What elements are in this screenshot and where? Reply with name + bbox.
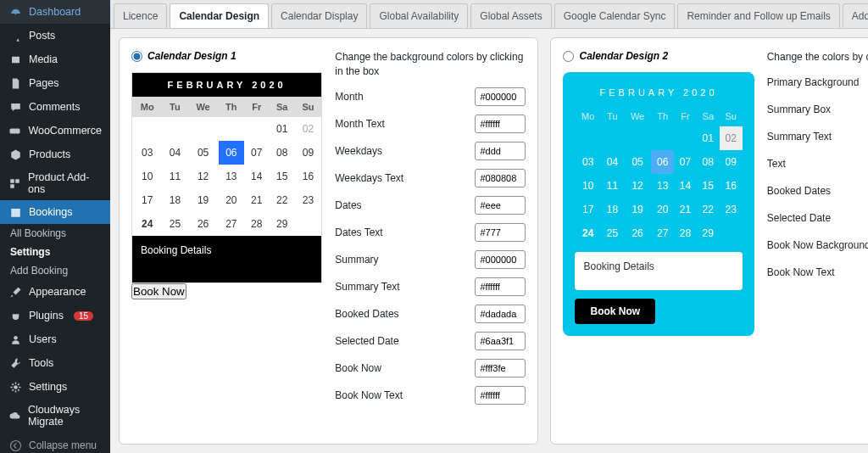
- calendar-day[interactable]: 27: [219, 212, 244, 236]
- calendar-day[interactable]: 22: [270, 188, 295, 212]
- calendar-day[interactable]: 10: [575, 174, 601, 198]
- calendar-day[interactable]: 14: [674, 174, 697, 198]
- tab-reminder-and-follow-up-emails[interactable]: Reminder and Follow up Emails: [677, 3, 839, 28]
- sidebar-item-users[interactable]: Users: [0, 327, 110, 351]
- calendar-day[interactable]: 02: [295, 117, 321, 141]
- color-field-input-selected-date[interactable]: [475, 332, 526, 350]
- tab-google-calendar-sync[interactable]: Google Calendar Sync: [554, 3, 676, 28]
- calendar-day[interactable]: 19: [187, 188, 218, 212]
- calendar-day[interactable]: 11: [163, 165, 188, 188]
- color-field-input-dates-text[interactable]: [475, 223, 526, 242]
- calendar-day[interactable]: 20: [219, 188, 244, 212]
- tab-calendar-design[interactable]: Calendar Design: [170, 3, 269, 28]
- tab-licence[interactable]: Licence: [114, 3, 167, 28]
- calendar-day[interactable]: 04: [163, 141, 188, 165]
- sidebar-sub-settings[interactable]: Settings: [0, 243, 110, 261]
- sidebar-sub-all-bookings[interactable]: All Bookings: [0, 224, 110, 243]
- calendar-day[interactable]: 17: [575, 198, 601, 221]
- calendar-day[interactable]: 12: [187, 165, 218, 188]
- sidebar-item-media[interactable]: Media: [0, 48, 110, 71]
- sidebar-item-products[interactable]: Products: [0, 143, 110, 166]
- calendar-day[interactable]: 11: [601, 174, 624, 198]
- sidebar-item-plugins[interactable]: Plugins15: [0, 304, 110, 327]
- calendar-day[interactable]: 26: [187, 212, 218, 236]
- calendar-day[interactable]: 03: [132, 141, 163, 165]
- calendar-day[interactable]: 15: [697, 174, 720, 198]
- calendar-day[interactable]: 25: [601, 221, 624, 245]
- color-field-input-book-now-text[interactable]: [475, 386, 526, 405]
- color-field-input-month-text[interactable]: [475, 115, 526, 133]
- color-field-input-summary-text[interactable]: [475, 277, 526, 296]
- calendar-day[interactable]: 29: [697, 221, 720, 245]
- calendar-day[interactable]: 18: [601, 198, 624, 221]
- calendar-day[interactable]: 23: [295, 188, 321, 212]
- sidebar-item-pages[interactable]: Pages: [0, 71, 110, 95]
- calendar-day[interactable]: 21: [244, 188, 270, 212]
- calendar-day[interactable]: 20: [651, 198, 674, 221]
- tab-calendar-display[interactable]: Calendar Display: [271, 3, 367, 28]
- design-radio-1[interactable]: Calendar Design 1: [131, 50, 322, 62]
- sidebar-item-bookings[interactable]: Bookings: [0, 200, 110, 224]
- color-field-input-summary[interactable]: [475, 250, 526, 269]
- calendar-day[interactable]: 17: [132, 188, 163, 212]
- calendar-day[interactable]: 01: [270, 117, 295, 141]
- calendar-day[interactable]: 05: [624, 150, 652, 174]
- color-field-input-weekdays-text[interactable]: [475, 169, 526, 187]
- sidebar-item-dashboard[interactable]: Dashboard: [0, 0, 110, 24]
- calendar-day[interactable]: 18: [163, 188, 188, 212]
- calendar-day[interactable]: 16: [295, 165, 321, 188]
- color-field-input-booked-dates[interactable]: [475, 305, 526, 323]
- sidebar-item-woocommerce[interactable]: WooCommerce: [0, 119, 110, 143]
- calendar-day[interactable]: 09: [295, 141, 321, 165]
- color-field-input-dates[interactable]: [475, 196, 526, 215]
- calendar-day[interactable]: 06: [219, 141, 244, 165]
- calendar-day[interactable]: 04: [601, 150, 624, 174]
- color-field-input-month[interactable]: [475, 87, 526, 106]
- calendar-day[interactable]: 12: [624, 174, 652, 198]
- calendar-day[interactable]: 07: [674, 150, 697, 174]
- cal1-book-now-button[interactable]: Book Now: [131, 283, 186, 299]
- design-2-radio-input[interactable]: [563, 51, 574, 62]
- calendar-day[interactable]: 19: [624, 198, 652, 221]
- calendar-day[interactable]: 25: [163, 212, 188, 236]
- color-field-input-book-now[interactable]: [475, 359, 526, 378]
- design-1-radio-input[interactable]: [131, 51, 142, 62]
- calendar-day[interactable]: 15: [270, 165, 295, 188]
- sidebar-item-appearance[interactable]: Appearance: [0, 280, 110, 304]
- calendar-day[interactable]: 10: [132, 165, 163, 188]
- calendar-day[interactable]: 26: [624, 221, 652, 245]
- calendar-day[interactable]: 16: [720, 174, 743, 198]
- collapse-menu[interactable]: Collapse menu: [0, 433, 110, 453]
- sidebar-item-cloudways-migrate[interactable]: Cloudways Migrate: [0, 399, 110, 433]
- calendar-day[interactable]: 27: [651, 221, 674, 245]
- sidebar-sub-add-booking[interactable]: Add Booking: [0, 261, 110, 280]
- cal2-book-now-button[interactable]: Book Now: [575, 299, 655, 324]
- calendar-day[interactable]: 08: [270, 141, 295, 165]
- sidebar-item-settings[interactable]: Settings: [0, 375, 110, 399]
- calendar-day[interactable]: 28: [244, 212, 270, 236]
- tab-global-assets[interactable]: Global Assets: [470, 3, 551, 28]
- calendar-day[interactable]: 24: [132, 212, 163, 236]
- color-field-input-weekdays[interactable]: [475, 142, 526, 160]
- calendar-day[interactable]: 03: [575, 150, 601, 174]
- design-radio-2[interactable]: Calendar Design 2: [563, 50, 754, 62]
- sidebar-item-tools[interactable]: Tools: [0, 351, 110, 375]
- calendar-day[interactable]: 02: [720, 126, 743, 150]
- calendar-day[interactable]: 29: [270, 212, 295, 236]
- sidebar-item-product-add-ons[interactable]: Product Add-ons: [0, 166, 110, 200]
- calendar-day[interactable]: 14: [244, 165, 270, 188]
- calendar-day[interactable]: 08: [697, 150, 720, 174]
- calendar-day[interactable]: 28: [674, 221, 697, 245]
- sidebar-item-posts[interactable]: Posts: [0, 24, 110, 48]
- tab-global-availability[interactable]: Global Availability: [370, 3, 468, 28]
- calendar-day[interactable]: 24: [575, 221, 601, 245]
- calendar-day[interactable]: 13: [219, 165, 244, 188]
- calendar-day[interactable]: 09: [720, 150, 743, 174]
- sidebar-item-comments[interactable]: Comments: [0, 95, 110, 119]
- calendar-day[interactable]: 22: [697, 198, 720, 221]
- calendar-day[interactable]: 13: [651, 174, 674, 198]
- calendar-day[interactable]: 23: [720, 198, 743, 221]
- calendar-day[interactable]: 05: [187, 141, 218, 165]
- calendar-day[interactable]: 07: [244, 141, 270, 165]
- calendar-day[interactable]: 01: [697, 126, 720, 150]
